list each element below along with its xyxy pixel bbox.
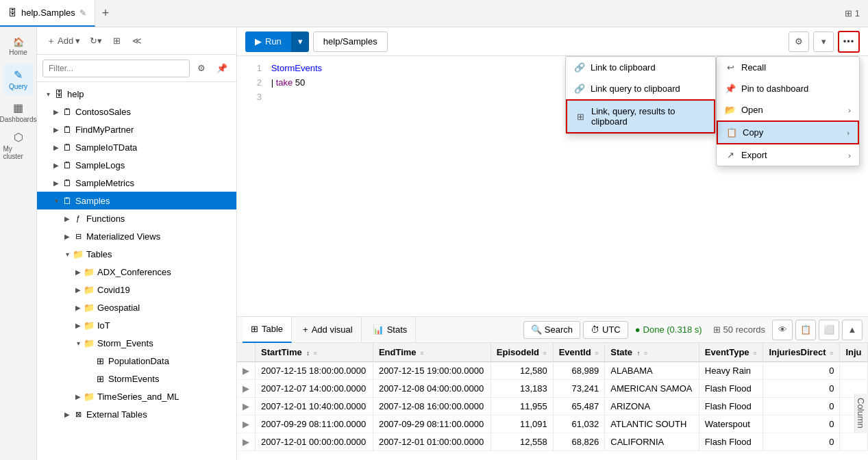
tab-table[interactable]: ⊞ Table [243,317,292,343]
table-icon-findmy: 🗒 [62,124,73,135]
nav-mycluster[interactable]: ⬡ My cluster [3,130,34,160]
tree-toggle-covid19[interactable]: ▶ [73,286,84,294]
tree-item-externaltables[interactable]: ▶ ⊠ External Tables [37,405,236,423]
tree-toggle-matviews[interactable]: ▶ [62,233,73,240]
tree-toggle-samplemetrics[interactable]: ▶ [51,179,62,187]
row-expand[interactable]: ▶ [237,398,256,416]
copy-results-button[interactable]: 📋 [795,320,816,340]
cell-state: ARIZONA [605,398,699,416]
row-expand[interactable]: ▶ [237,362,256,380]
col-episodeid[interactable]: EpisodeId ≡ [491,343,553,362]
collapse-results-button[interactable]: ▲ [842,320,863,340]
tree-item-populationdata[interactable]: ▶ ⊞ PopulationData [37,352,236,370]
collapse-button[interactable]: ≪ [128,32,146,50]
row-expand[interactable]: ▶ [237,433,256,451]
table-icon-samplemetrics: 🗒 [62,177,73,188]
tab-help-samples[interactable]: 🗄 help.Samples ✎ [0,0,95,27]
tab-add-visual[interactable]: + Add visual [295,317,362,343]
tree-item-help[interactable]: ▾ 🗄 help [37,85,236,103]
tree-toggle-samplelogs[interactable]: ▶ [51,162,62,169]
filter-icon-starttime[interactable]: ≡ [313,350,317,357]
row-expand[interactable]: ▶ [237,380,256,398]
new-table-button[interactable]: ⊞ [108,32,125,50]
run-button-main[interactable]: ▶ Run [245,31,291,52]
tree-item-samplelogs[interactable]: ▶ 🗒 SampleLogs [37,156,236,174]
expand-button[interactable]: ⬜ [819,320,839,340]
tab-label-button[interactable]: help/Samples [313,31,388,52]
tree-toggle-tables[interactable]: ▾ [62,251,73,258]
pin-button[interactable]: 📌 [213,60,231,77]
tree-toggle-findmy[interactable]: ▶ [51,126,62,133]
tree-toggle-help[interactable]: ▾ [42,90,53,98]
sort-icon-starttime[interactable]: ↕ [306,350,310,357]
filter-icon-state[interactable]: ≡ [644,350,647,357]
filter-icon-eventtype[interactable]: ≡ [753,350,756,357]
cell-eventtype: Flash Flood [699,433,763,451]
table-icon: ⊞ [113,36,121,46]
chevron-icon: ▾ [97,36,102,46]
tree-toggle-geospatial[interactable]: ▶ [73,304,84,311]
filter-icon-eventid[interactable]: ≡ [595,350,598,357]
tree-item-samples[interactable]: ▾ 🗒 Samples [37,192,236,209]
tree-item-stormevents-table[interactable]: ▶ ⊞ StormEvents [37,370,236,387]
filter-options-button[interactable]: ⚙ [193,60,210,77]
col-eventid[interactable]: EventId ≡ [553,343,605,362]
tree-item-findmy[interactable]: ▶ 🗒 FindMyPartner [37,120,236,138]
tab-stats[interactable]: 📊 Stats [364,317,417,343]
nav-home[interactable]: 🏠 Home [3,31,34,62]
tree-item-tables[interactable]: ▾ 📁 Tables [37,245,236,263]
tree-toggle-timeseries[interactable]: ▶ [73,393,84,400]
add-button[interactable]: ＋ Add ▾ [42,32,84,50]
tree-toggle-functions[interactable]: ▶ [62,215,73,222]
col-eventtype[interactable]: EventType ≡ [699,343,763,362]
nav-query[interactable]: ✎ Query [3,64,34,94]
tree-toggle-sampleiot[interactable]: ▶ [51,144,62,151]
filter-icon-endtime[interactable]: ≡ [420,350,423,357]
settings-button[interactable]: ⚙ [789,31,809,52]
nav-icons: 🏠 Home ✎ Query ▦ Dashboards ⬡ My cluster [0,27,37,460]
tree-item-covid19[interactable]: ▶ 📁 Covid19 [37,281,236,298]
tree-item-adxconf[interactable]: ▶ 📁 ADX_Conferences [37,263,236,281]
row-expand[interactable]: ▶ [237,416,256,433]
more-options-button[interactable]: ••• [838,31,860,53]
filter-icon-episodeid[interactable]: ≡ [543,350,547,357]
tree-toggle-adxconf[interactable]: ▶ [73,268,84,276]
col-starttime[interactable]: StartTime ↕ ≡ [256,343,373,362]
tab-add-button[interactable]: + [95,0,116,27]
utc-button[interactable]: ⏱ UTC [583,321,628,339]
tree-item-sampleiot[interactable]: ▶ 🗒 SampleIoTData [37,138,236,156]
refresh-icon: ↻ [90,36,97,46]
editor-line-2: 2 | take 50 [245,76,860,90]
editor-area[interactable]: 1 StormEvents 2 | take 50 3 [237,56,868,316]
tree-item-matviews[interactable]: ▶ ⊟ Materialized Views [37,227,236,245]
col-injuriesdirect[interactable]: InjuriesDirect ≡ [763,343,840,362]
sort-icon-state[interactable]: ↑ [637,350,641,357]
tree-item-contoso[interactable]: ▶ 🗒 ContosoSales [37,103,236,120]
run-button-dropdown[interactable]: ▾ [291,31,309,52]
refresh-button[interactable]: ↻ ▾ [87,32,105,50]
search-button[interactable]: 🔍 Search [523,321,580,339]
tree-toggle-contoso[interactable]: ▶ [51,108,62,116]
tree-item-functions[interactable]: ▶ ƒ Functions [37,209,236,227]
editor-line-3: 3 [245,90,860,105]
tree-toggle-iot[interactable]: ▶ [73,322,84,329]
filter-input[interactable] [42,60,190,77]
col-endtime[interactable]: EndTime ≡ [373,343,491,362]
filter-icon-injuries[interactable]: ≡ [830,350,833,357]
col-state[interactable]: State ↑ ≡ [605,343,699,362]
tree-toggle-storm[interactable]: ▾ [73,340,84,347]
nav-dashboards[interactable]: ▦ Dashboards [3,97,34,127]
tree-toggle-samples[interactable]: ▾ [51,197,62,205]
show-results-button[interactable]: 👁 [772,320,793,340]
tree-item-samplemetrics[interactable]: ▶ 🗒 SampleMetrics [37,174,236,192]
cell-starttime: 2007-09-29 08:11:00.0000 [256,416,373,433]
tree-item-geospatial[interactable]: ▶ 📁 Geospatial [37,298,236,316]
tree-item-iot[interactable]: ▶ 📁 IoT [37,316,236,334]
tree-item-timeseries[interactable]: ▶ 📁 TimeSeries_and_ML [37,387,236,405]
settings-dropdown-button[interactable]: ▾ [813,31,834,52]
tree-toggle-ext[interactable]: ▶ [62,411,73,418]
tab-edit-icon[interactable]: ✎ [79,8,86,18]
col-inju[interactable]: Inju [840,343,868,362]
tree-item-stormevents-group[interactable]: ▾ 📁 Storm_Events [37,334,236,352]
sidebar: ＋ Add ▾ ↻ ▾ ⊞ ≪ ⚙ 📌 [37,27,237,460]
